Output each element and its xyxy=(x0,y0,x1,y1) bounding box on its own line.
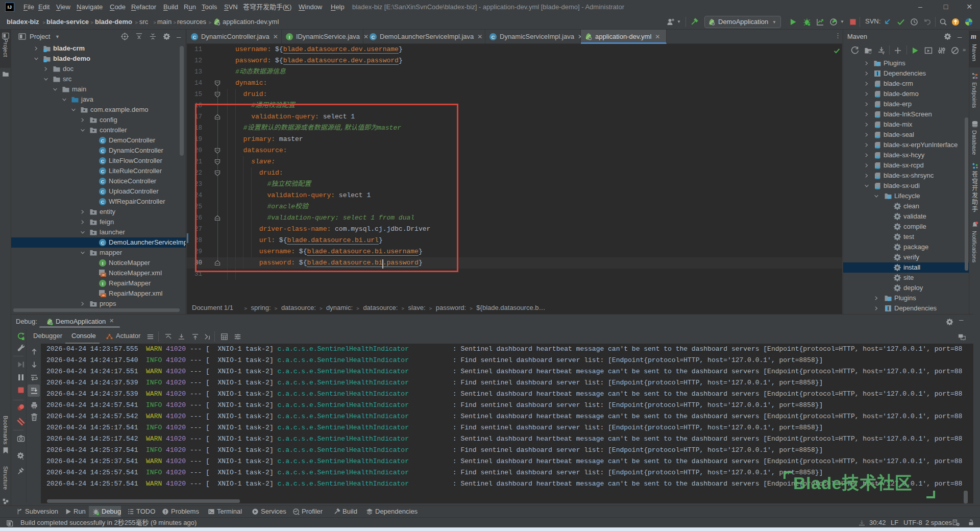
svg-text:C: C xyxy=(101,148,105,154)
svg-text:m: m xyxy=(876,154,880,159)
svg-text:C: C xyxy=(492,34,495,40)
svg-text:m: m xyxy=(876,164,880,170)
svg-text:C: C xyxy=(372,34,375,40)
svg-text:I: I xyxy=(102,260,104,266)
svg-text:m: m xyxy=(876,113,880,118)
svg-text:I: I xyxy=(102,281,104,286)
svg-text:C: C xyxy=(101,189,105,195)
svg-text:m: m xyxy=(876,103,880,108)
svg-text:C: C xyxy=(101,168,105,174)
svg-text:C: C xyxy=(101,240,105,246)
svg-text:m: m xyxy=(876,83,880,88)
svg-text:C: C xyxy=(101,199,105,205)
svg-text:‹›: ‹› xyxy=(102,273,105,277)
svg-text:m: m xyxy=(876,144,880,149)
svg-text:C: C xyxy=(193,34,197,40)
svg-text:m: m xyxy=(876,185,880,190)
svg-text:C: C xyxy=(101,179,105,184)
svg-text:m: m xyxy=(876,93,880,98)
svg-text:I: I xyxy=(289,34,290,40)
svg-text:m: m xyxy=(876,175,880,180)
svg-text:m: m xyxy=(876,134,880,139)
svg-text:C: C xyxy=(101,138,105,143)
svg-text:‹›: ‹› xyxy=(102,294,105,297)
svg-text:m: m xyxy=(876,124,880,129)
svg-text:C: C xyxy=(101,158,105,164)
